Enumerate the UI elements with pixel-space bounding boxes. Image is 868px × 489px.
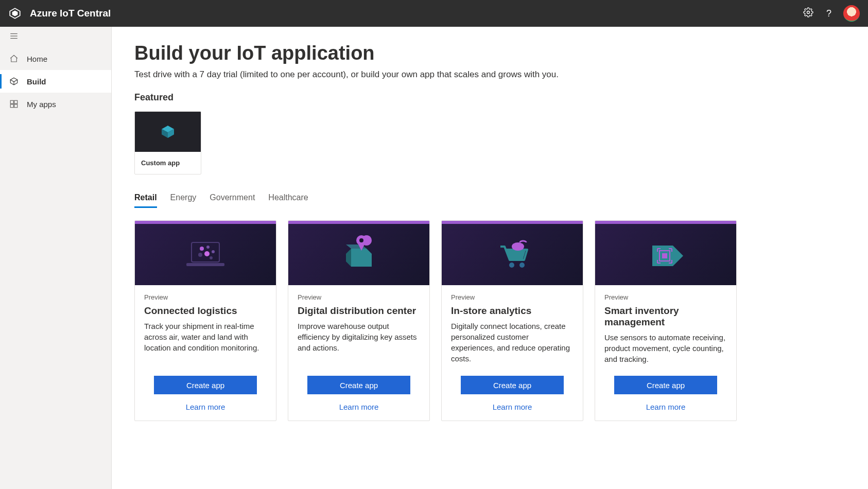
template-title: Connected logistics	[144, 305, 267, 317]
topbar: Azure IoT Central ?	[0, 0, 868, 27]
svg-marker-24	[346, 249, 351, 267]
sidebar-item-label: Home	[27, 55, 47, 63]
learn-more-link[interactable]: Learn more	[144, 403, 267, 411]
page-title: Build your IoT application	[134, 42, 845, 64]
template-hero	[135, 221, 276, 285]
laptop-dots-icon	[177, 233, 234, 276]
gear-icon	[803, 7, 813, 20]
svg-rect-9	[14, 100, 18, 103]
preview-badge: Preview	[144, 293, 267, 301]
featured-card-thumb	[135, 112, 201, 152]
template-hero	[595, 221, 736, 285]
svg-point-30	[512, 242, 524, 251]
main-content: Build your IoT application Test drive wi…	[112, 27, 868, 489]
sidebar-item-label: Build	[27, 77, 46, 86]
template-card-instore-analytics: Preview In-store analytics Digitally con…	[441, 220, 583, 421]
settings-button[interactable]	[798, 3, 819, 24]
svg-marker-1	[12, 11, 18, 16]
tab-healthcare[interactable]: Healthcare	[268, 193, 308, 208]
tab-government[interactable]: Government	[210, 193, 255, 208]
sidebar-item-build[interactable]: Build	[0, 70, 111, 93]
tab-retail[interactable]: Retail	[134, 193, 157, 208]
help-button[interactable]: ?	[819, 3, 839, 24]
home-icon	[9, 54, 19, 63]
preview-badge: Preview	[298, 293, 420, 301]
apps-icon	[9, 99, 19, 109]
custom-app-cube-icon	[160, 124, 176, 140]
sidebar-item-label: My apps	[27, 100, 56, 109]
template-description: Digitally connect locations, create pers…	[451, 321, 574, 364]
svg-point-18	[206, 246, 210, 249]
create-app-button[interactable]: Create app	[461, 376, 564, 394]
cube-icon	[9, 77, 19, 86]
hamburger-button[interactable]	[0, 27, 111, 47]
template-hero	[442, 221, 583, 285]
create-app-button[interactable]: Create app	[307, 376, 410, 394]
svg-point-17	[200, 247, 204, 251]
sidebar-item-myapps[interactable]: My apps	[0, 93, 111, 115]
svg-point-27	[359, 238, 363, 242]
svg-rect-16	[186, 263, 224, 266]
svg-point-20	[204, 251, 210, 256]
svg-point-2	[807, 11, 810, 14]
industry-tabs: Retail Energy Government Healthcare	[134, 193, 845, 208]
user-avatar[interactable]	[843, 5, 860, 22]
help-icon: ?	[826, 8, 831, 19]
learn-more-link[interactable]: Learn more	[604, 403, 727, 411]
svg-marker-6	[10, 78, 18, 82]
brand-area: Azure IoT Central	[8, 7, 111, 20]
sidebar: Home Build My apps	[0, 27, 112, 489]
svg-rect-11	[14, 104, 18, 108]
tab-energy[interactable]: Energy	[170, 193, 197, 208]
template-description: Track your shipment in real-time across …	[144, 321, 267, 364]
create-app-button[interactable]: Create app	[614, 376, 717, 394]
featured-card-label: Custom app	[135, 152, 201, 174]
tag-chip-icon	[640, 233, 691, 276]
svg-point-28	[509, 263, 514, 268]
shopping-cart-icon	[489, 233, 535, 276]
template-card-connected-logistics: Preview Connected logistics Track your s…	[134, 220, 276, 421]
template-title: Smart inventory management	[604, 305, 727, 328]
box-pin-icon	[336, 233, 382, 276]
template-description: Use sensors to automate receiving, produ…	[604, 332, 727, 364]
learn-more-link[interactable]: Learn more	[298, 403, 420, 411]
brand-title: Azure IoT Central	[30, 8, 111, 19]
learn-more-link[interactable]: Learn more	[451, 403, 574, 411]
template-title: Digital distribution center	[298, 305, 420, 317]
svg-marker-23	[351, 249, 372, 267]
preview-badge: Preview	[451, 293, 574, 301]
svg-point-21	[212, 250, 215, 253]
template-card-digital-distribution: Preview Digital distribution center Impr…	[288, 220, 430, 421]
featured-heading: Featured	[134, 92, 845, 103]
azure-iot-logo-icon	[8, 7, 22, 20]
featured-card-custom-app[interactable]: Custom app	[134, 111, 201, 174]
template-title: In-store analytics	[451, 305, 574, 317]
svg-rect-8	[10, 100, 13, 103]
svg-rect-10	[10, 104, 13, 108]
hamburger-icon	[9, 31, 19, 43]
svg-rect-32	[662, 253, 667, 258]
svg-point-19	[198, 253, 202, 257]
create-app-button[interactable]: Create app	[154, 376, 257, 394]
template-card-grid: Preview Connected logistics Track your s…	[134, 220, 845, 421]
template-card-smart-inventory: Preview Smart inventory management Use s…	[595, 220, 737, 421]
page-subtitle: Test drive with a 7 day trial (limited t…	[134, 69, 845, 80]
svg-point-22	[210, 256, 213, 259]
template-description: Improve warehouse output efficiency by d…	[298, 321, 420, 364]
preview-badge: Preview	[604, 293, 727, 301]
sidebar-item-home[interactable]: Home	[0, 47, 111, 70]
template-hero	[288, 221, 429, 285]
svg-point-29	[519, 263, 525, 268]
